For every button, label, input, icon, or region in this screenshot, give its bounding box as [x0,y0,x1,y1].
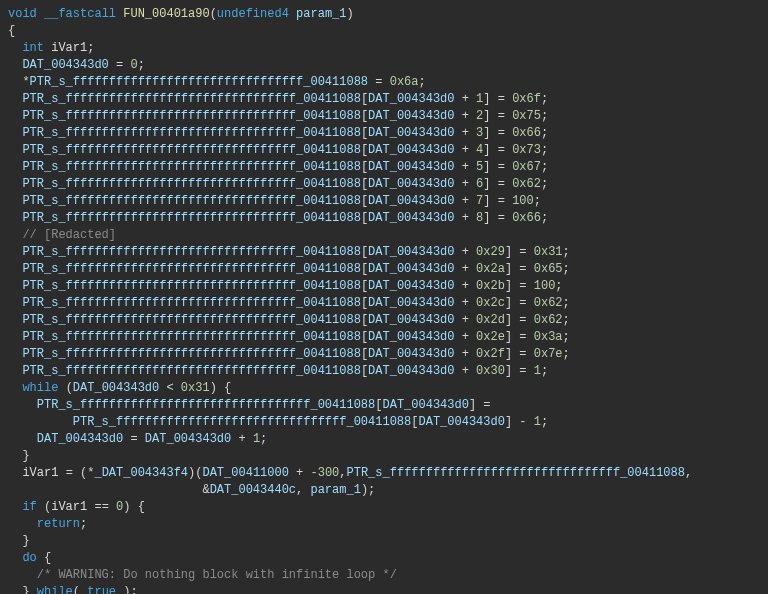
function-name: FUN_00401a90 [123,7,209,21]
warning-comment: /* WARNING: Do nothing block with infini… [37,568,397,582]
redacted-comment: // [Redacted] [22,228,116,242]
decompiled-code[interactable]: void __fastcall FUN_00401a90(undefined4 … [0,0,768,594]
